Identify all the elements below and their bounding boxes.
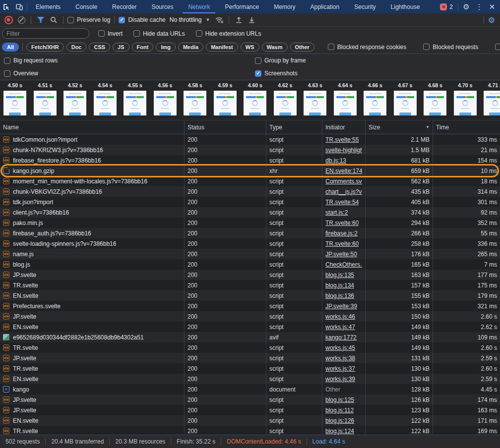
initiator-link[interactable]: blog.js:112 xyxy=(325,407,354,414)
blocked-response-cookies-checkbox[interactable]: Blocked response cookies xyxy=(328,44,406,51)
table-row[interactable]: <>firebase_firestore.js?v=7386bb16200scr… xyxy=(0,155,500,166)
table-row[interactable]: <>JP.svelte200scriptblog.js:112123 kB163… xyxy=(0,405,500,415)
table-row[interactable]: <>firebase_auth.js?v=7386bb16200scriptfi… xyxy=(0,228,500,238)
table-row[interactable]: <>TR.svelte200scriptworks.js:45149 kB2.6… xyxy=(0,342,500,353)
record-network-log-button[interactable] xyxy=(3,15,14,25)
inspect-element-icon[interactable] xyxy=(0,0,13,13)
tab-network[interactable]: Network xyxy=(181,0,217,13)
blocked-requests-checkbox[interactable]: Blocked requests xyxy=(423,44,478,51)
table-row[interactable]: <>EN.svelte200scriptblog.js:136155 kB179… xyxy=(0,290,500,301)
table-row[interactable]: <>tdkCommon.json?import200scriptTR.svelt… xyxy=(0,134,500,145)
filmstrip-frame[interactable]: 4.71 s xyxy=(480,82,500,115)
chip-wasm[interactable]: Wasm xyxy=(262,43,288,52)
chip-css[interactable]: CSS xyxy=(89,43,110,52)
chip-img[interactable]: Img xyxy=(156,43,176,52)
filmstrip-frame[interactable]: 4.59 s xyxy=(210,82,241,115)
filmstrip-frame[interactable]: 4.54 s xyxy=(90,82,121,115)
filmstrip-frame[interactable]: 4.55 s xyxy=(120,82,150,115)
column-header-initiator[interactable]: Initiator xyxy=(322,120,366,134)
initiator-link[interactable]: blog.js:124 xyxy=(325,428,354,435)
initiator-link[interactable]: svelte-highligh xyxy=(325,147,362,154)
filmstrip-frame[interactable]: 4.70 s xyxy=(450,82,481,115)
initiator-link[interactable]: works.js:37 xyxy=(325,365,355,372)
chip-fetch-xhr[interactable]: Fetch/XHR xyxy=(26,43,64,52)
table-row[interactable]: <>TR.svelte200scriptblog.js:134157 kB175… xyxy=(0,280,500,290)
tab-elements[interactable]: Elements xyxy=(28,0,68,13)
table-row[interactable]: <>svelte-loading-spinners.js?v=7386bb162… xyxy=(0,238,500,249)
table-row[interactable]: <>JP.svelte200scriptblog.js:125126 kB174… xyxy=(0,394,500,405)
network-settings-gear-icon[interactable]: ⚙ xyxy=(486,15,497,25)
filmstrip-frame[interactable]: 4.58 s xyxy=(180,82,210,115)
chip-all[interactable]: All xyxy=(2,43,19,52)
chip-media[interactable]: Media xyxy=(178,43,203,52)
table-row[interactable]: <>pako.min.js200scriptTR.svelte:60294 kB… xyxy=(0,218,500,228)
table-row[interactable]: <>chunk-VBKGVI2Z.js?v=7386bb16200scriptc… xyxy=(0,186,500,197)
throttling-select[interactable]: No throttling ▼ xyxy=(168,16,212,23)
initiator-link[interactable]: Comments.sve xyxy=(325,178,362,185)
table-row[interactable]: ≡kango200documentOther128 kB4.45 s xyxy=(0,384,500,394)
hide-data-urls-checkbox[interactable]: Hide data URLs xyxy=(133,30,185,37)
initiator-link[interactable]: kango:1772 xyxy=(325,334,357,341)
disable-cache-checkbox[interactable]: ✓ Disable cache xyxy=(119,16,165,23)
initiator-link[interactable]: works.js:38 xyxy=(325,355,355,362)
filter-funnel-icon[interactable] xyxy=(35,15,46,25)
tab-memory[interactable]: Memory xyxy=(266,0,303,13)
initiator-link[interactable]: db.js:13 xyxy=(325,157,346,164)
initiator-link[interactable]: TR.svelte:55 xyxy=(325,136,359,143)
export-har-icon[interactable] xyxy=(246,15,257,25)
network-conditions-icon[interactable] xyxy=(214,15,225,25)
tab-performance[interactable]: Performance xyxy=(217,0,266,13)
initiator-link[interactable]: TR.svelte:54 xyxy=(325,199,359,206)
chip-js[interactable]: JS xyxy=(113,43,129,52)
table-row[interactable]: <>TR.svelte200scriptblog.js:124122 kB169… xyxy=(0,426,500,435)
chip-ws[interactable]: WS xyxy=(241,43,259,52)
initiator-link[interactable]: works.js:39 xyxy=(325,376,355,383)
table-row[interactable]: e9652689d030344df2882e1b25608db9b4302a51… xyxy=(0,332,500,342)
table-row[interactable]: <>blog.js200scriptCheckOthers.s165 kB7 m… xyxy=(0,259,500,270)
table-row[interactable]: <>Prefectures.svelte200scriptJP.svelte:3… xyxy=(0,301,500,311)
table-row[interactable]: <>JP.svelte200scriptworks.js:38131 kB2.5… xyxy=(0,353,500,363)
initiator-link[interactable]: works.js:45 xyxy=(325,344,355,351)
tab-recorder[interactable]: Recorder xyxy=(105,0,144,13)
close-icon[interactable]: ✕ xyxy=(486,1,498,13)
initiator-link[interactable]: firebase.js:2 xyxy=(325,230,358,237)
search-icon[interactable] xyxy=(48,15,59,25)
filmstrip-frame[interactable]: 4.64 s xyxy=(330,82,361,115)
initiator-link[interactable]: JP.svelte:50 xyxy=(325,251,357,258)
initiator-link[interactable]: CheckOthers.s xyxy=(325,261,362,268)
invert-checkbox[interactable]: Invert xyxy=(98,30,123,37)
preserve-log-checkbox[interactable]: Preserve log xyxy=(67,16,110,23)
table-row[interactable]: <>EN.svelte200scriptworks.js:47149 kB2.6… xyxy=(0,322,500,332)
clear-network-log-button[interactable] xyxy=(16,15,27,25)
tab-application[interactable]: Application xyxy=(303,0,347,13)
3rd-party-requests-checkbox[interactable]: 3rd-party requests xyxy=(495,44,500,51)
filmstrip-frame[interactable]: 4.62 s xyxy=(270,82,301,115)
filmstrip-frame[interactable]: 4.68 s xyxy=(420,82,450,115)
table-row[interactable]: <>chunk-N7KRIZW3.js?v=7386bb16200scripts… xyxy=(0,145,500,155)
filmstrip-frame[interactable]: 4.60 s xyxy=(240,82,270,115)
filter-input[interactable] xyxy=(2,28,89,39)
column-header-status[interactable]: Status xyxy=(185,120,266,134)
initiator-link[interactable]: blog.js:125 xyxy=(325,396,354,403)
issues-badge[interactable]: ✕ 2 xyxy=(437,3,456,10)
column-header-type[interactable]: Type xyxy=(266,120,322,134)
screenshots-checkbox[interactable]: ✓Screenshots xyxy=(255,70,298,77)
kebab-menu-icon[interactable]: ⋮ xyxy=(473,1,485,13)
table-row[interactable]: <>TR.svelte200scriptworks.js:37130 kB2.6… xyxy=(0,363,500,374)
tab-console[interactable]: Console xyxy=(68,0,105,13)
initiator-link[interactable]: works.js:47 xyxy=(325,324,355,331)
initiator-link[interactable]: JP.svelte:39 xyxy=(325,303,357,310)
filmstrip-frame[interactable]: 4.63 s xyxy=(300,82,330,115)
device-toolbar-icon[interactable] xyxy=(13,0,26,13)
table-row[interactable]: <>name.js200scriptJP.svelte:50176 kB265 … xyxy=(0,249,500,259)
tab-lighthouse[interactable]: Lighthouse xyxy=(383,0,428,13)
table-row[interactable]: <>EN.svelte200scriptworks.js:39130 kB2.5… xyxy=(0,374,500,384)
overview-checkbox[interactable]: Overview xyxy=(4,70,38,77)
filmstrip-frame[interactable]: 4.51 s xyxy=(30,82,61,115)
import-har-icon[interactable] xyxy=(233,15,244,25)
table-row[interactable]: <>moment_min_moment-with-locales.js?v=73… xyxy=(0,176,500,186)
initiator-link[interactable]: EN.svelte:174 xyxy=(325,168,362,174)
filmstrip-frame[interactable]: 4.52 s xyxy=(60,82,90,115)
tab-sources[interactable]: Sources xyxy=(144,0,181,13)
initiator-link[interactable]: blog.js:134 xyxy=(325,282,354,289)
